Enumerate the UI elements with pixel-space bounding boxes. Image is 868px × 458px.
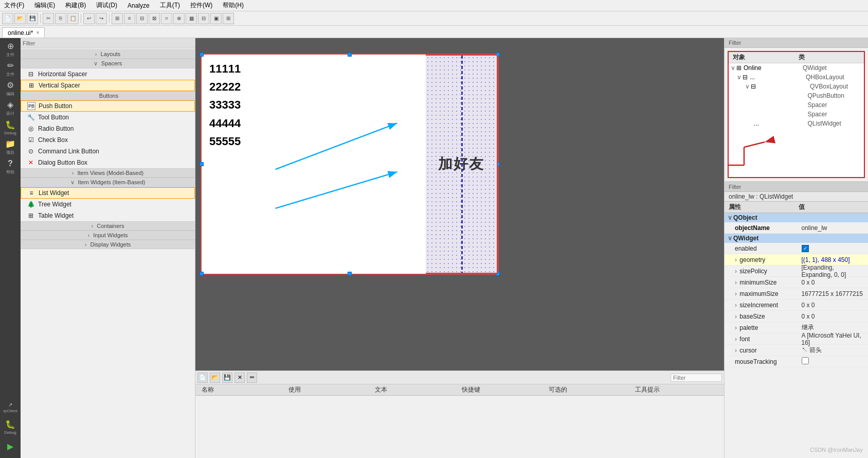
section-containers[interactable]: › Containers [21,221,195,231]
basesize-expand[interactable]: › [735,313,737,320]
widget-panel: Filter › Layouts ∨ Spacers ⊟ Horizontal … [21,38,195,458]
toolbar-b5[interactable]: ⌗ [161,13,172,24]
toolbar-b3[interactable]: ⊟ [136,13,148,24]
bottom-toolbar: 📄 📂 💾 ✕ ✏ [195,371,724,384]
toolbar-save[interactable]: 💾 [27,13,38,24]
menu-build[interactable]: 构建(B) [63,1,88,10]
bottom-btn-4[interactable]: ✕ [234,373,245,383]
tab-close[interactable]: × [36,30,39,36]
palette-expand[interactable]: › [735,324,737,331]
props-row-enabled[interactable]: enabled ✓ [725,243,868,254]
menu-edit[interactable]: 编辑(E) [32,1,57,10]
section-buttons[interactable]: Buttons [21,91,195,100]
widget-tool-button[interactable]: 🔧 Tool Button [21,112,195,123]
sidebar-run[interactable]: ▶ [1,437,20,456]
section-layouts[interactable]: › Layouts [21,49,195,59]
basesize-val: 0 x 0 [800,313,866,320]
tree-item-listwidget[interactable]: … QListWidget [729,119,864,128]
section-input-widgets[interactable]: › Input Widgets [21,231,195,240]
sizeincrement-expand[interactable]: › [735,302,737,309]
toolbar-b1[interactable]: ⊞ [112,13,123,24]
toolbar-b4[interactable]: ⊠ [149,13,160,24]
mousetracking-checkbox[interactable] [802,357,809,364]
sidebar-project[interactable]: 📁 项目 [1,138,20,156]
props-row-cursor[interactable]: › cursor ↖ 箭头 [725,345,868,356]
toolbar-b8[interactable]: ⊟ [198,13,209,24]
tree-item-pushbutton[interactable]: QPushButton [729,91,864,100]
widget-push-button[interactable]: PB Push Button [21,100,195,112]
props-row-minsize[interactable]: › minimumSize 0 x 0 [725,277,868,288]
menu-help[interactable]: 帮助(H) [221,1,246,10]
toolbar-new[interactable]: 📄 [2,13,13,24]
sidebar-design[interactable]: ◈ 设计 [1,99,20,117]
props-row-font[interactable]: › font A [Microsoft YaHei UI, 16] [725,333,868,345]
tree-item-vboxlayout[interactable]: ∨ ⊟ QVBoxLayout [729,82,864,91]
widget-tree-widget[interactable]: 🌲 Tree Widget [21,199,195,210]
bottom-btn-1[interactable]: 📄 [197,373,208,383]
toolbar-b10[interactable]: ⊞ [223,13,234,24]
font-expand[interactable]: › [735,336,737,343]
bottom-filter-input[interactable] [671,374,722,382]
widget-table-widget[interactable]: ⊞ Table Widget [21,210,195,221]
toolbar-open[interactable]: 📂 [14,13,26,24]
enabled-checkbox[interactable]: ✓ [802,245,809,252]
props-row-basesize[interactable]: › baseSize 0 x 0 [725,311,868,322]
maxsize-expand[interactable]: › [735,290,737,297]
sidebar-debug[interactable]: 🐛 Debug [1,118,20,137]
toolbar-b7[interactable]: ▦ [186,13,197,24]
menu-tools[interactable]: 工具(T) [158,1,182,10]
toolbar-b6[interactable]: ⊕ [173,13,185,24]
sidebar-debug2[interactable]: 🐛 Debug [1,418,20,436]
widget-vertical-spacer[interactable]: ⊞ Vertical Spacer [21,80,195,91]
widget-radio-button[interactable]: ◎ Radio Button [21,123,195,134]
form-canvas[interactable]: 11111 22222 33333 44444 55555 加好友 [201,54,499,275]
bottom-btn-5[interactable]: ✏ [247,373,257,383]
geometry-expand[interactable]: › [735,256,737,263]
toolbar-b9[interactable]: ▣ [210,13,222,24]
cursor-expand[interactable]: › [735,347,737,354]
section-display-widgets[interactable]: › Display Widgets [21,240,195,249]
menu-debug[interactable]: 调试(D) [94,1,119,10]
widget-check-box[interactable]: ☑ Check Box [21,134,195,146]
tree-item-hboxlayout[interactable]: ∨ ⊟ ... QHBoxLayout [729,73,864,82]
menu-controls[interactable]: 控件(W) [188,1,214,10]
widget-command-link-button[interactable]: ⊙ Command Link Button [21,146,195,157]
widget-list-widget[interactable]: ≡ List Widget [21,187,195,199]
qobject-expand[interactable]: ∨ [728,214,732,221]
item-views-arrow: › [72,170,74,176]
menu-file[interactable]: 文件(F) [2,1,26,10]
props-row-objectname[interactable]: objectName online_lw [725,222,868,234]
props-row-maxsize[interactable]: › maximumSize 16777215 x 16777215 [725,288,868,300]
props-row-mousetracking[interactable]: mouseTracking [725,356,868,367]
tab-online-ui[interactable]: online.ui* × [2,27,45,38]
props-row-sizeincrement[interactable]: › sizeIncrement 0 x 0 [725,300,868,311]
tree-item-spacer2[interactable]: Spacer [729,110,864,119]
toolbar-copy[interactable]: ⎘ [55,13,66,24]
tree-item-spacer1[interactable]: Spacer [729,100,864,110]
sidebar-help[interactable]: ? 帮助 [1,157,20,176]
toolbar-undo[interactable]: ↩ [83,13,95,24]
widget-dialog-button-box[interactable]: ✕ Dialog Button Box [21,157,195,168]
sidebar-file[interactable]: ⊕ 文件 [1,40,20,59]
toolbar-b2[interactable]: ≡ [124,13,135,24]
sidebar-edit[interactable]: ✏ 文件 [1,60,20,78]
bottom-btn-3[interactable]: 💾 [222,373,232,383]
sizepolicy-expand[interactable]: › [735,268,737,275]
sidebar-compile[interactable]: ⚙ 编辑 [1,79,20,98]
menu-analyze[interactable]: Analyze [125,2,152,9]
tree-item-online[interactable]: ∨ ⊞ Online QWidget [729,63,864,73]
widget-horizontal-spacer[interactable]: ⊟ Horizontal Spacer [21,68,195,80]
toolbar-redo[interactable]: ↪ [96,13,107,24]
props-row-sizepolicy[interactable]: › sizePolicy [Expanding, Expanding, 0, 0… [725,266,868,277]
toolbar-sep1 [40,14,41,23]
bottom-table: 名称 使用 文本 快捷键 可选的 工具提示 [195,384,724,458]
minsize-expand[interactable]: › [735,279,737,286]
toolbar-cut[interactable]: ✂ [43,13,54,24]
bottom-btn-2[interactable]: 📂 [210,373,220,383]
qwidget-expand[interactable]: ∨ [728,235,732,242]
section-item-widgets[interactable]: ∨ Item Widgets (Item-Based) [21,178,195,187]
section-spacers[interactable]: ∨ Spacers [21,59,195,68]
sidebar-rpclient[interactable]: ↗ rpClient [1,398,20,417]
section-item-views[interactable]: › Item Views (Model-Based) [21,168,195,178]
toolbar-paste[interactable]: 📋 [67,13,79,24]
